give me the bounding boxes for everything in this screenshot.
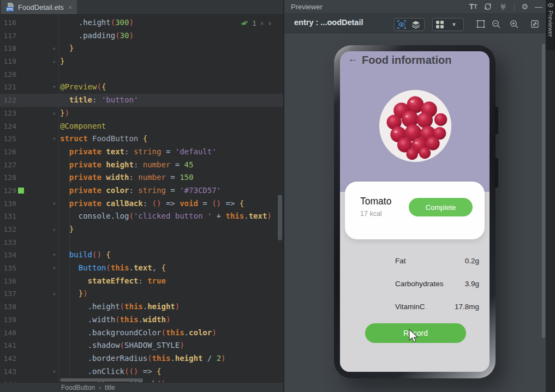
inspection-widget[interactable]: ✔✔ 1 ∧ ∨ xyxy=(241,19,272,27)
line-number[interactable]: 131 xyxy=(0,210,16,223)
code-line[interactable]: 140 .backgroundColor(this.color) xyxy=(0,327,283,340)
fold-marker-icon[interactable]: ▿ xyxy=(52,249,56,262)
line-number[interactable]: 139 xyxy=(0,313,16,327)
line-number[interactable]: 130 xyxy=(0,197,16,210)
previewer-vertical-scrollbar[interactable] xyxy=(542,44,545,338)
previewer-pane: Previewer TT ⚙ — xyxy=(284,0,546,392)
line-number[interactable]: 133 xyxy=(0,236,16,249)
line-number[interactable]: 127 xyxy=(0,159,16,172)
line-number[interactable]: 132 xyxy=(0,223,16,236)
line-number[interactable]: 121 xyxy=(0,81,16,94)
code-line[interactable]: 129 private color: string = '#73CD57' xyxy=(0,184,283,197)
code-line[interactable]: 131 console.log('clicked button ' + this… xyxy=(0,210,283,223)
code-line[interactable]: 117 .padding(30) xyxy=(0,29,283,43)
fold-marker-icon[interactable]: ▿ xyxy=(52,132,56,146)
refresh-icon[interactable] xyxy=(484,2,492,11)
inspect-eye-icon[interactable] xyxy=(395,19,409,30)
zoom-in-icon[interactable] xyxy=(509,19,519,29)
fold-marker-icon[interactable]: ▵ xyxy=(52,223,56,236)
line-number[interactable]: 126 xyxy=(0,146,16,159)
line-number[interactable]: 119 xyxy=(0,55,16,68)
fold-marker-icon[interactable]: ▵ xyxy=(52,287,56,300)
line-number[interactable]: 142 xyxy=(0,352,16,365)
line-number[interactable]: 120 xyxy=(0,68,16,81)
fold-marker-icon[interactable]: ▿ xyxy=(52,365,56,378)
code-line[interactable]: 124@Component xyxy=(0,120,283,133)
editor-vertical-scrollbar[interactable] xyxy=(278,195,282,240)
code-line[interactable]: 119▵} xyxy=(0,55,283,68)
next-problem-icon[interactable]: ∨ xyxy=(268,20,272,26)
code-line[interactable]: 141 .shadow(SHADOW_STYLE) xyxy=(0,339,283,352)
line-number[interactable]: 135 xyxy=(0,262,16,275)
layers-icon[interactable] xyxy=(409,19,423,30)
code-line[interactable]: 143▿ .onClick(() => { xyxy=(0,365,283,378)
close-icon[interactable]: × xyxy=(68,3,73,11)
code-line[interactable]: 130▿ private callBack: () => void = () =… xyxy=(0,197,283,210)
frame-select-icon[interactable] xyxy=(476,19,486,29)
code-editor[interactable]: 116 .height(300)117 .padding(30)118▵ }11… xyxy=(0,15,283,382)
line-number[interactable]: 123 xyxy=(0,107,16,120)
line-number[interactable]: 141 xyxy=(0,339,16,352)
code-line[interactable]: 121▿@Preview({ xyxy=(0,81,283,94)
line-number[interactable]: 143 xyxy=(0,365,16,378)
line-number[interactable]: 129 xyxy=(0,184,16,197)
code-line[interactable]: 122 title: 'button' xyxy=(0,94,283,107)
code-line[interactable]: 135▿ Button(this.text, { xyxy=(0,262,283,275)
tab-fooddetail[interactable]: ETS FoodDetail.ets × xyxy=(1,0,77,14)
line-number[interactable]: 125 xyxy=(0,132,16,146)
code-line[interactable]: 127 private height: number = 45 xyxy=(0,159,283,172)
code-line[interactable]: 136 stateEffect: true xyxy=(0,275,283,288)
line-number[interactable]: 124 xyxy=(0,120,16,133)
code-line[interactable]: 118▵ } xyxy=(0,42,283,55)
line-number[interactable]: 136 xyxy=(0,275,16,288)
fold-marker-icon[interactable]: ▿ xyxy=(52,262,56,275)
breadcrumb-item[interactable]: title xyxy=(105,384,115,391)
previewer-side-tab[interactable]: Previewer xyxy=(546,0,555,50)
dropdown-arrow-icon[interactable]: ▼ xyxy=(447,19,461,30)
color-swatch[interactable] xyxy=(18,188,24,194)
code-line[interactable]: 139 .width(this.width) xyxy=(0,313,283,327)
code-line[interactable]: 128 private width: number = 150 xyxy=(0,171,283,184)
fold-marker-icon[interactable]: ▵ xyxy=(52,55,56,68)
line-number[interactable]: 134 xyxy=(0,249,16,262)
connect-plug-icon[interactable] xyxy=(499,2,508,11)
grid-view-icon[interactable] xyxy=(433,19,447,30)
code-line[interactable]: 126 private text: string = 'default' xyxy=(0,146,283,159)
code-line[interactable]: 133 xyxy=(0,236,283,249)
fold-marker-icon[interactable]: ▵ xyxy=(52,42,56,55)
line-number[interactable]: 144 xyxy=(0,378,16,382)
line-number[interactable]: 128 xyxy=(0,171,16,184)
line-number[interactable]: 116 xyxy=(0,16,16,29)
minimize-icon[interactable]: — xyxy=(535,2,542,11)
line-number[interactable]: 117 xyxy=(0,29,16,43)
fold-marker-icon[interactable]: ▿ xyxy=(52,81,56,94)
code-line[interactable]: 123▵}) xyxy=(0,107,283,120)
code-line[interactable]: 132▵ } xyxy=(0,223,283,236)
code-lines[interactable]: 116 .height(300)117 .padding(30)118▵ }11… xyxy=(0,16,283,382)
fold-marker-icon[interactable]: ▿ xyxy=(52,197,56,210)
zoom-out-icon[interactable] xyxy=(491,19,501,29)
code-line[interactable]: 125▿struct FoodButton { xyxy=(0,132,283,146)
code-line[interactable]: 134▿ build() { xyxy=(0,249,283,262)
code-line[interactable]: 142 .borderRadius(this.height / 2) xyxy=(0,352,283,365)
line-number[interactable]: 140 xyxy=(0,327,16,340)
code-text: Button(this.text, { xyxy=(60,262,166,275)
line-number[interactable]: 122 xyxy=(0,94,16,107)
code-line[interactable]: 120 xyxy=(0,68,283,81)
settings-gear-icon[interactable]: ⚙ xyxy=(521,2,528,11)
back-arrow-icon[interactable]: ← xyxy=(348,53,358,65)
code-text: stateEffect: true xyxy=(60,275,166,288)
editor-horizontal-scrollbar[interactable] xyxy=(60,378,143,382)
line-number[interactable]: 137 xyxy=(0,287,16,300)
fold-marker-icon[interactable]: ▵ xyxy=(52,107,56,120)
line-number[interactable]: 138 xyxy=(0,300,16,313)
code-line[interactable]: 138 .height(this.height) xyxy=(0,300,283,313)
complete-button[interactable]: Complete xyxy=(409,198,473,216)
code-line[interactable]: 137▵ }) xyxy=(0,287,283,300)
prev-problem-icon[interactable]: ∧ xyxy=(260,20,264,26)
fit-screen-icon[interactable] xyxy=(530,19,540,29)
line-number[interactable]: 118 xyxy=(0,42,16,55)
text-scale-icon[interactable]: TT xyxy=(469,2,478,11)
breadcrumb-item[interactable]: FoodButton xyxy=(61,384,95,391)
food-image xyxy=(378,89,452,163)
